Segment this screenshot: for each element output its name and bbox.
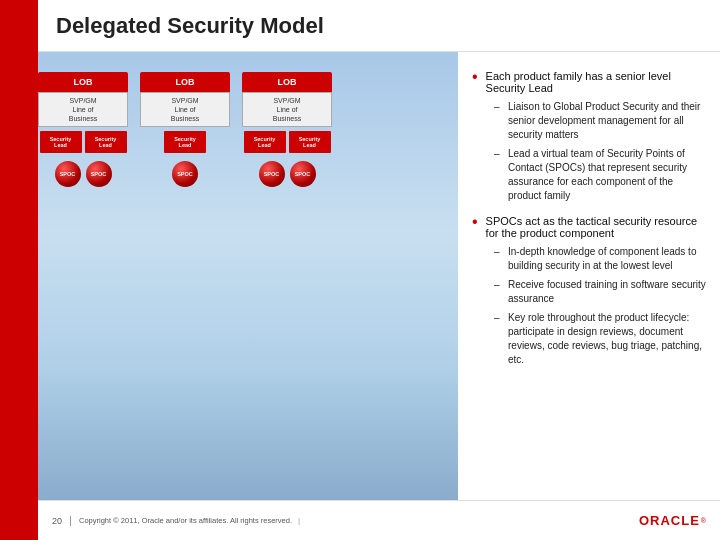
svp-box-2: SVP/GMLine ofBusiness xyxy=(140,92,230,127)
diagram-area: LOB SVP/GMLine ofBusiness SecurityLead S… xyxy=(38,52,458,500)
text-content-area: • Each product family has a senior level… xyxy=(458,52,720,500)
bullet-item-2: • SPOCs act as the tactical security res… xyxy=(472,215,706,367)
page-number: 20 xyxy=(52,516,71,526)
bullet-main-text-2: SPOCs act as the tactical security resou… xyxy=(486,215,706,239)
lob-label-2: LOB xyxy=(140,72,230,92)
lob-label-3: LOB xyxy=(242,72,332,92)
bullet-main-2: • SPOCs act as the tactical security res… xyxy=(472,215,706,239)
lob-label-1: LOB xyxy=(38,72,128,92)
spoc-3a: SPOC xyxy=(259,161,285,187)
oracle-logo: ORACLE ® xyxy=(639,513,706,528)
security-lead-2a: SecurityLead xyxy=(164,131,206,153)
footer-divider: | xyxy=(298,516,300,525)
main-content: LOB SVP/GMLine ofBusiness SecurityLead S… xyxy=(38,52,720,500)
diagram-column-2: LOB SVP/GMLine ofBusiness SecurityLead S… xyxy=(140,72,230,187)
header: Delegated Security Model xyxy=(38,0,720,52)
security-leads-3: SecurityLead SecurityLead xyxy=(244,131,331,153)
sub-bullets-2: In-depth knowledge of component leads to… xyxy=(494,245,706,367)
diagram-columns: LOB SVP/GMLine ofBusiness SecurityLead S… xyxy=(38,72,458,187)
svp-box-1: SVP/GMLine ofBusiness xyxy=(38,92,128,127)
sub-bullet-2-1: In-depth knowledge of component leads to… xyxy=(494,245,706,273)
bullet-dot-2: • xyxy=(472,213,478,231)
footer-left: 20 Copyright © 2011, Oracle and/or its a… xyxy=(52,516,300,526)
spoc-1b: SPOC xyxy=(86,161,112,187)
bullet-dot-1: • xyxy=(472,68,478,86)
bullet-item-1: • Each product family has a senior level… xyxy=(472,70,706,203)
spoc-2a: SPOC xyxy=(172,161,198,187)
security-lead-1b: SecurityLead xyxy=(85,131,127,153)
spoc-3b: SPOC xyxy=(290,161,316,187)
spocs-2: SPOC xyxy=(172,161,198,187)
spocs-1: SPOC SPOC xyxy=(55,161,112,187)
left-accent-bar xyxy=(0,0,38,540)
security-lead-3a: SecurityLead xyxy=(244,131,286,153)
sub-bullets-1: Liaison to Global Product Security and t… xyxy=(494,100,706,203)
sub-bullet-1-2: Lead a virtual team of Security Points o… xyxy=(494,147,706,203)
diagram-column-1: LOB SVP/GMLine ofBusiness SecurityLead S… xyxy=(38,72,128,187)
bullet-main-1: • Each product family has a senior level… xyxy=(472,70,706,94)
security-leads-2: SecurityLead xyxy=(164,131,206,153)
page-title: Delegated Security Model xyxy=(56,13,324,39)
footer-copyright: Copyright © 2011, Oracle and/or its affi… xyxy=(79,516,292,525)
sub-bullet-1-1: Liaison to Global Product Security and t… xyxy=(494,100,706,142)
sub-bullet-2-2: Receive focused training in software sec… xyxy=(494,278,706,306)
footer: 20 Copyright © 2011, Oracle and/or its a… xyxy=(38,500,720,540)
spoc-1a: SPOC xyxy=(55,161,81,187)
security-leads-1: SecurityLead SecurityLead xyxy=(40,131,127,153)
sub-bullet-2-3: Key role throughout the product lifecycl… xyxy=(494,311,706,367)
oracle-registered-mark: ® xyxy=(701,517,706,524)
security-lead-1a: SecurityLead xyxy=(40,131,82,153)
security-lead-3b: SecurityLead xyxy=(289,131,331,153)
oracle-logo-text: ORACLE xyxy=(639,513,700,528)
bullet-main-text-1: Each product family has a senior level S… xyxy=(486,70,706,94)
spocs-3: SPOC SPOC xyxy=(259,161,316,187)
diagram-column-3: LOB SVP/GMLine ofBusiness SecurityLead S… xyxy=(242,72,332,187)
svp-box-3: SVP/GMLine ofBusiness xyxy=(242,92,332,127)
